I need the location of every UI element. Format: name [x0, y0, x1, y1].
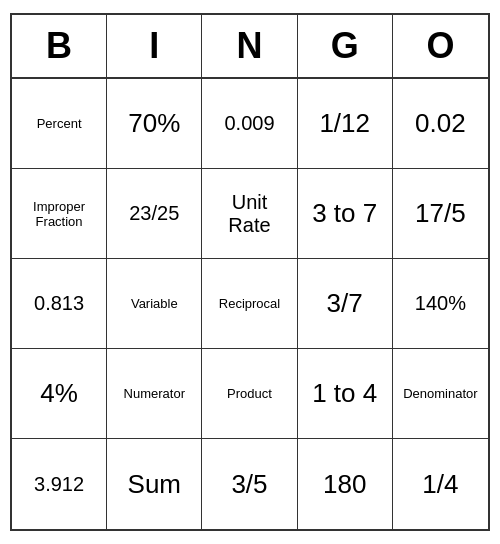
cell-r3-c0: 4%: [12, 349, 107, 439]
cell-r4-c3: 180: [298, 439, 393, 529]
cell-r1-c0: Improper Fraction: [12, 169, 107, 259]
cell-r3-c4: Denominator: [393, 349, 488, 439]
cell-r1-c2: Unit Rate: [202, 169, 297, 259]
cell-r0-c0: Percent: [12, 79, 107, 169]
header-letter: O: [393, 15, 488, 77]
cell-r4-c2: 3/5: [202, 439, 297, 529]
cell-r3-c1: Numerator: [107, 349, 202, 439]
cell-r1-c4: 17/5: [393, 169, 488, 259]
cell-r1-c1: 23/25: [107, 169, 202, 259]
cell-r2-c2: Reciprocal: [202, 259, 297, 349]
header-letter: G: [298, 15, 393, 77]
cell-r2-c3: 3/7: [298, 259, 393, 349]
cell-r0-c4: 0.02: [393, 79, 488, 169]
bingo-card: BINGO Percent70%0.0091/120.02Improper Fr…: [10, 13, 490, 531]
header-letter: I: [107, 15, 202, 77]
cell-r2-c1: Variable: [107, 259, 202, 349]
bingo-grid: Percent70%0.0091/120.02Improper Fraction…: [12, 79, 488, 529]
cell-r2-c0: 0.813: [12, 259, 107, 349]
cell-r0-c3: 1/12: [298, 79, 393, 169]
cell-r1-c3: 3 to 7: [298, 169, 393, 259]
cell-r0-c2: 0.009: [202, 79, 297, 169]
cell-r4-c4: 1/4: [393, 439, 488, 529]
header-letter: B: [12, 15, 107, 77]
cell-r2-c4: 140%: [393, 259, 488, 349]
cell-r3-c2: Product: [202, 349, 297, 439]
cell-r3-c3: 1 to 4: [298, 349, 393, 439]
cell-r4-c0: 3.912: [12, 439, 107, 529]
bingo-header: BINGO: [12, 15, 488, 79]
header-letter: N: [202, 15, 297, 77]
cell-r0-c1: 70%: [107, 79, 202, 169]
cell-r4-c1: Sum: [107, 439, 202, 529]
